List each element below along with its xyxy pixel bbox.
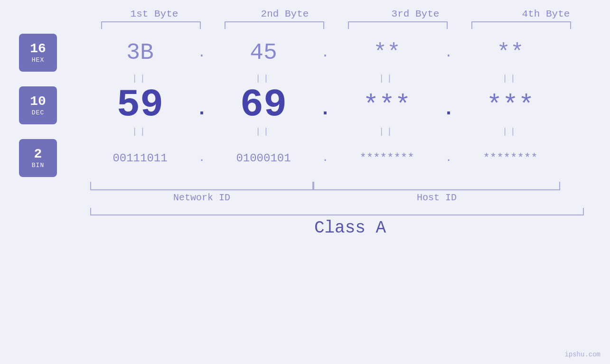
bin-b3: ******** [359, 152, 414, 165]
bracket-class [90, 208, 584, 215]
class-bracket-row [0, 208, 610, 215]
bracket-network [90, 182, 313, 190]
hex-sep2: . [321, 46, 329, 60]
double-bar-2: || || || || [0, 127, 610, 136]
bin-b1: 00111011 [113, 152, 167, 165]
bin-b2: 01000101 [236, 152, 291, 165]
byte1-label: 1st Byte [101, 9, 208, 19]
host-id-label: Host ID [417, 192, 457, 203]
dec-b3: *** [363, 90, 411, 121]
hex-sep3: . [445, 46, 453, 60]
hex-b2: 45 [250, 40, 277, 65]
hex-badge: 16 HEX [19, 34, 57, 72]
byte3-label: 3rd Byte [362, 9, 469, 19]
class-label-row: Class A [0, 218, 610, 238]
bin-sep1: . [198, 152, 205, 164]
bracket-byte3 [348, 21, 448, 29]
bottom-bracket-row [0, 182, 610, 190]
dec-badge: 10 DEC [19, 86, 57, 124]
bracket-byte1 [101, 21, 201, 29]
class-label: Class A [314, 218, 386, 238]
bin-sep3: . [445, 152, 451, 164]
byte2-label: 2nd Byte [232, 9, 338, 19]
segment-labels-row: Network ID Host ID [0, 192, 610, 203]
bin-b4: ******** [483, 152, 537, 165]
dec-row: 10 DEC 59 . 69 . *** . *** [0, 86, 610, 125]
bracket-host [313, 182, 560, 190]
hex-b1: 3B [126, 40, 154, 65]
dec-b2: 69 [240, 83, 287, 127]
bracket-byte2 [225, 21, 324, 29]
watermark: ipshu.com [564, 351, 601, 358]
hex-row: 16 HEX 3B . 45 . ** . ** [0, 34, 610, 72]
hex-b4: ** [497, 40, 524, 65]
bracket-byte4 [471, 21, 571, 29]
double-bar-1: || || || || [0, 74, 610, 83]
dec-sep2: . [319, 99, 331, 120]
bin-badge: 2 BIN [19, 139, 57, 177]
dec-sep3: . [443, 99, 454, 120]
hex-b3: ** [373, 40, 401, 65]
byte4-label: 4th Byte [493, 9, 600, 19]
main-container: 1st Byte 2nd Byte 3rd Byte 4th Byte 16 H… [0, 0, 610, 364]
hex-sep1: . [198, 46, 206, 60]
dec-sep1: . [196, 99, 207, 120]
dec-b4: *** [487, 90, 535, 121]
bin-row: 2 BIN 00111011 . 01000101 . ******** . *… [0, 139, 610, 177]
network-id-label: Network ID [173, 192, 230, 203]
bin-sep2: . [322, 152, 328, 164]
dec-b1: 59 [117, 83, 163, 127]
